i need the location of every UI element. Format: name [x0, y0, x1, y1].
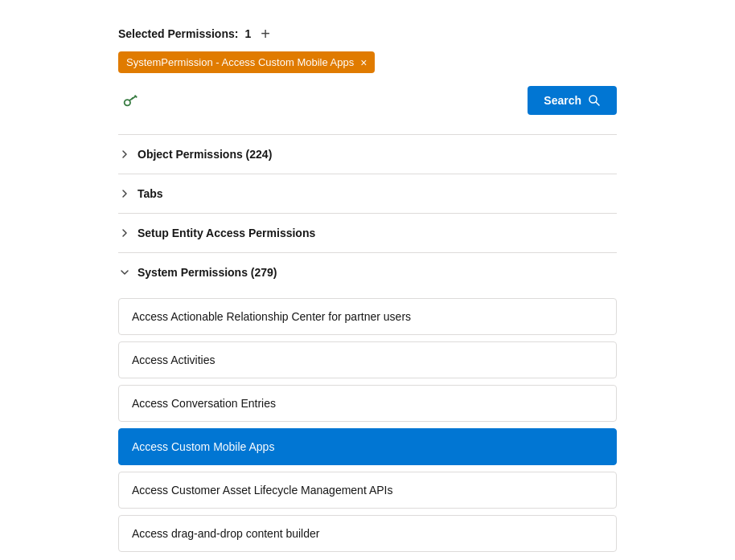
- permission-item[interactable]: Access Actionable Relationship Center fo…: [118, 298, 617, 335]
- search-icon: [588, 94, 601, 107]
- svg-line-3: [132, 97, 133, 99]
- permissions-panel: Selected Permissions: 1 + SystemPermissi…: [118, 13, 617, 560]
- selected-count: 1: [244, 27, 251, 40]
- tag-label: SystemPermission - Access Custom Mobile …: [126, 56, 354, 68]
- permission-item-label: Access Activities: [132, 354, 215, 366]
- permission-item-label: Access Actionable Relationship Center fo…: [132, 310, 411, 323]
- chevron-right-icon: [118, 148, 131, 161]
- permission-item-label: Access Conversation Entries: [132, 397, 276, 410]
- tag-close-button[interactable]: ×: [360, 57, 367, 68]
- search-button[interactable]: Search: [528, 86, 617, 115]
- permission-item[interactable]: Access Conversation Entries: [118, 385, 617, 422]
- section-label-object-permissions: Object Permissions (224): [138, 148, 272, 161]
- chevron-right-icon: [118, 187, 131, 200]
- add-permission-button[interactable]: +: [257, 26, 273, 42]
- svg-point-0: [125, 100, 130, 105]
- svg-line-5: [596, 102, 599, 105]
- section-label-tabs: Tabs: [138, 187, 163, 200]
- section-label-setup-entity: Setup Entity Access Permissions: [138, 227, 315, 239]
- permission-item[interactable]: Access Activities: [118, 341, 617, 378]
- section-object-permissions[interactable]: Object Permissions (224): [118, 135, 617, 174]
- permission-item-label: Access Customer Asset Lifecycle Manageme…: [132, 484, 392, 497]
- permission-item-label: Access drag-and-drop content builder: [132, 527, 319, 540]
- filter-icon: [121, 92, 139, 109]
- section-setup-entity[interactable]: Setup Entity Access Permissions: [118, 214, 617, 252]
- section-tabs[interactable]: Tabs: [118, 174, 617, 213]
- permission-list: Access Actionable Relationship Center fo…: [118, 292, 617, 560]
- permission-item-selected[interactable]: Access Custom Mobile Apps: [118, 428, 617, 465]
- permission-item[interactable]: Access drag-and-drop content builder: [118, 515, 617, 552]
- permission-tag: SystemPermission - Access Custom Mobile …: [118, 51, 375, 73]
- chevron-down-icon: [118, 266, 131, 279]
- selected-tags-row: SystemPermission - Access Custom Mobile …: [118, 51, 617, 73]
- selected-permissions-label: Selected Permissions:: [118, 27, 238, 40]
- search-button-label: Search: [544, 94, 581, 107]
- filter-icon-button[interactable]: [118, 88, 142, 112]
- selected-permissions-header: Selected Permissions: 1 +: [118, 26, 617, 42]
- permission-item[interactable]: Access Customer Asset Lifecycle Manageme…: [118, 472, 617, 509]
- section-label-system-permissions: System Permissions (279): [138, 266, 277, 279]
- section-system-permissions[interactable]: System Permissions (279): [118, 253, 617, 292]
- search-row: Search: [118, 86, 617, 115]
- permission-item-label: Access Custom Mobile Apps: [132, 440, 274, 453]
- chevron-right-icon: [118, 227, 131, 239]
